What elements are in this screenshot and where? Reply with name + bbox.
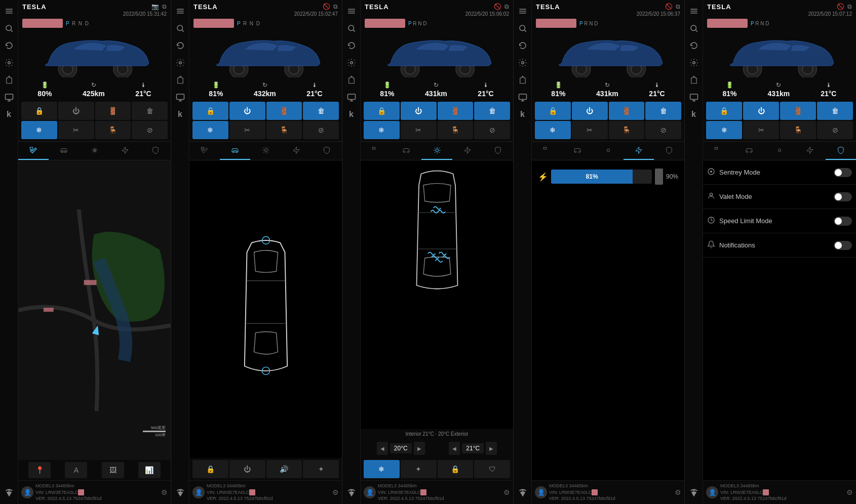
ctrl-fan-2[interactable]: ❄	[192, 121, 228, 139]
sidebar-k-icon-4[interactable]: k	[516, 107, 530, 121]
charge-slider-handle-4[interactable]	[655, 169, 663, 185]
climate-sparkle-btn-3[interactable]: ✦	[401, 460, 437, 478]
ctrl-seat-5[interactable]: 🪑	[780, 121, 816, 139]
tab-charge-1[interactable]	[110, 142, 140, 160]
ctrl-door-5[interactable]: 🚪	[780, 102, 816, 120]
sidebar-tesla-icon-2[interactable]	[173, 486, 187, 500]
sidebar-menu-icon[interactable]	[2, 4, 16, 18]
sidebar-monitor-icon-3[interactable]	[344, 90, 359, 104]
sidebar-puzzle-icon-3[interactable]	[344, 73, 359, 87]
ctrl-lock-5[interactable]: 🔒	[706, 102, 742, 120]
tab-charge-4[interactable]	[624, 142, 654, 160]
sidebar-gear-icon-3[interactable]	[344, 56, 359, 70]
ctrl-circle-1[interactable]: ⊘	[132, 121, 168, 139]
climate-shield-btn-3[interactable]: 🛡	[474, 460, 510, 478]
sidebar-gear-icon-5[interactable]	[687, 56, 701, 70]
ctrl-tools-5[interactable]: ✂	[743, 121, 779, 139]
ctrl-lock-1[interactable]: 🔒	[21, 102, 57, 120]
map-image-btn-1[interactable]: 🖼	[102, 462, 124, 478]
sidebar-search-icon-3[interactable]	[344, 21, 359, 35]
ctrl-power-5[interactable]: ⏻	[743, 102, 779, 120]
tab-car-2[interactable]	[220, 142, 250, 160]
tab-climate-2[interactable]	[250, 142, 281, 160]
sidebar-refresh-icon-5[interactable]	[687, 38, 701, 53]
sidebar-monitor-icon-5[interactable]	[687, 90, 701, 104]
sidebar-tesla-icon-5[interactable]	[687, 486, 701, 500]
ctrl-fan-3[interactable]: ❄	[364, 121, 400, 139]
tab-climate-3[interactable]	[421, 142, 452, 160]
sidebar-search-icon[interactable]	[2, 21, 16, 35]
sidebar-refresh-icon-4[interactable]	[516, 38, 530, 53]
ctrl-seat-3[interactable]: 🪑	[438, 121, 474, 139]
tab-shield-1[interactable]	[140, 142, 171, 160]
door-lock-btn-2[interactable]: 🔒	[192, 460, 228, 478]
ctrl-seat-2[interactable]: 🪑	[266, 121, 302, 139]
ctrl-door-2[interactable]: 🚪	[266, 102, 302, 120]
ctrl-fan-1[interactable]: ❄	[21, 121, 57, 139]
tab-map-4[interactable]	[532, 142, 562, 160]
tab-map-2[interactable]	[189, 142, 220, 160]
door-volume-btn-2[interactable]: 🔊	[266, 460, 302, 478]
sidebar-monitor-icon[interactable]	[2, 90, 16, 104]
sidebar-search-icon-4[interactable]	[516, 21, 530, 35]
ctrl-power-3[interactable]: ⏻	[401, 102, 437, 120]
sidebar-monitor-icon-4[interactable]	[516, 90, 530, 104]
ctrl-trunk-5[interactable]: 🗑	[817, 102, 853, 120]
ctrl-circle-5[interactable]: ⊘	[817, 121, 853, 139]
sidebar-puzzle-icon-5[interactable]	[687, 73, 701, 87]
ctrl-fan-4[interactable]: ❄	[535, 121, 571, 139]
sidebar-gear-icon-2[interactable]	[173, 56, 187, 70]
climate-lock-btn-3[interactable]: 🔒	[438, 460, 474, 478]
settings-icon-3[interactable]: ⚙	[503, 488, 510, 496]
ctrl-fan-5[interactable]: ❄	[706, 121, 742, 139]
ctrl-tools-4[interactable]: ✂	[572, 121, 608, 139]
sidebar-puzzle-icon[interactable]	[2, 73, 16, 87]
ctrl-seat-4[interactable]: 🪑	[609, 121, 645, 139]
ctrl-circle-2[interactable]: ⊘	[303, 121, 339, 139]
tab-charge-3[interactable]	[452, 142, 483, 160]
settings-icon-5[interactable]: ⚙	[846, 488, 853, 496]
ctrl-trunk-4[interactable]: 🗑	[645, 102, 681, 120]
tab-climate-4[interactable]	[593, 142, 623, 160]
left-temp-down-3[interactable]: ◀	[377, 442, 388, 455]
sidebar-search-icon-5[interactable]	[687, 21, 701, 35]
sidebar-monitor-icon-2[interactable]	[173, 90, 187, 104]
tab-shield-2[interactable]	[312, 142, 342, 160]
left-temp-up-3[interactable]: ▶	[414, 442, 425, 455]
tab-shield-4[interactable]	[654, 142, 684, 160]
sidebar-refresh-icon[interactable]	[2, 38, 16, 53]
ctrl-lock-3[interactable]: 🔒	[364, 102, 400, 120]
ctrl-circle-3[interactable]: ⊘	[474, 121, 510, 139]
valet-toggle[interactable]	[834, 192, 852, 201]
tab-car-3[interactable]	[391, 142, 421, 160]
tab-car-4[interactable]	[562, 142, 593, 160]
map-area-1[interactable]: 500英里 100米	[18, 160, 171, 460]
sentrey-toggle[interactable]	[834, 168, 852, 177]
sidebar-tesla-icon-3[interactable]	[344, 486, 359, 500]
tab-climate-5[interactable]	[764, 142, 795, 160]
notifications-toggle[interactable]	[834, 241, 852, 250]
tab-shield-3[interactable]	[483, 142, 513, 160]
climate-fan-btn-3[interactable]: ❄	[364, 460, 400, 478]
ctrl-power-2[interactable]: ⏻	[229, 102, 265, 120]
settings-icon-2[interactable]: ⚙	[332, 488, 339, 496]
sidebar-search-icon-2[interactable]	[173, 21, 187, 35]
ctrl-tools-3[interactable]: ✂	[401, 121, 437, 139]
speed-limit-toggle[interactable]	[834, 217, 852, 226]
map-chart-btn-1[interactable]: 📊	[138, 462, 161, 478]
sidebar-k-icon-5[interactable]: k	[687, 107, 701, 121]
sidebar-refresh-icon-3[interactable]	[344, 38, 359, 53]
ctrl-trunk-1[interactable]: 🗑	[132, 102, 168, 120]
sidebar-k-icon-3[interactable]: k	[344, 107, 359, 121]
sidebar-k-icon[interactable]: k	[2, 107, 16, 121]
ctrl-trunk-2[interactable]: 🗑	[303, 102, 339, 120]
tab-charge-5[interactable]	[795, 142, 825, 160]
sidebar-k-icon-2[interactable]: k	[173, 107, 187, 121]
ctrl-power-1[interactable]: ⏻	[58, 102, 94, 120]
ctrl-circle-4[interactable]: ⊘	[645, 121, 681, 139]
settings-icon-4[interactable]: ⚙	[675, 488, 681, 496]
sidebar-puzzle-icon-2[interactable]	[173, 73, 187, 87]
sidebar-menu-icon-3[interactable]	[344, 4, 359, 18]
tab-car-5[interactable]	[733, 142, 764, 160]
sidebar-menu-icon-4[interactable]	[516, 4, 530, 18]
